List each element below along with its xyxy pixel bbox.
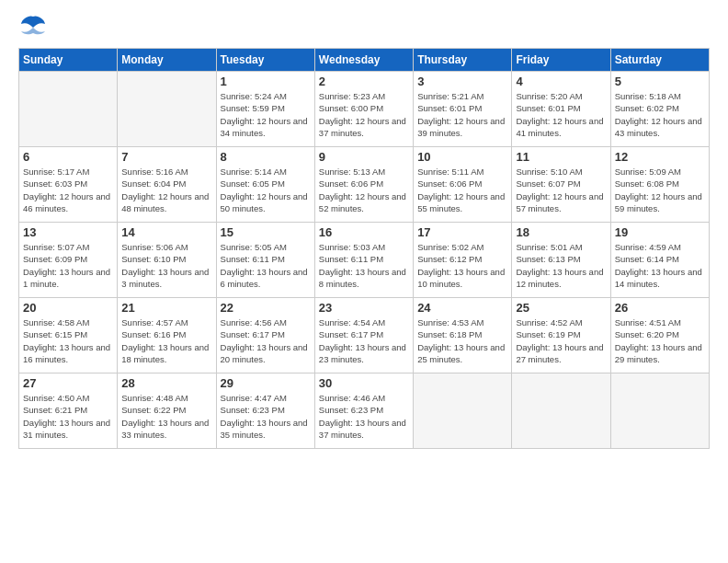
day-number: 16 <box>319 225 409 239</box>
day-number: 24 <box>417 301 507 315</box>
day-number: 22 <box>221 301 311 315</box>
day-info: Sunrise: 5:21 AMSunset: 6:01 PMDaylight:… <box>417 90 507 139</box>
day-number: 26 <box>615 301 705 315</box>
day-number: 30 <box>319 376 409 390</box>
day-number: 15 <box>221 225 311 239</box>
day-number: 17 <box>417 225 507 239</box>
weekday-header-row: SundayMondayTuesdayWednesdayThursdayFrid… <box>19 49 710 72</box>
calendar-cell: 1Sunrise: 5:24 AMSunset: 5:59 PMDaylight… <box>216 72 314 147</box>
day-info: Sunrise: 4:54 AMSunset: 6:17 PMDaylight:… <box>319 316 409 365</box>
calendar-week-row: 6Sunrise: 5:17 AMSunset: 6:03 PMDaylight… <box>19 147 710 223</box>
day-number: 12 <box>615 150 705 164</box>
calendar-cell: 28Sunrise: 4:48 AMSunset: 6:22 PMDayligh… <box>118 373 216 449</box>
weekday-header-wednesday: Wednesday <box>314 49 413 72</box>
calendar-cell: 12Sunrise: 5:09 AMSunset: 6:08 PMDayligh… <box>610 147 709 223</box>
day-info: Sunrise: 5:11 AMSunset: 6:06 PMDaylight:… <box>417 166 507 214</box>
day-info: Sunrise: 5:10 AMSunset: 6:07 PMDaylight:… <box>516 166 606 214</box>
calendar-cell: 14Sunrise: 5:06 AMSunset: 6:10 PMDayligh… <box>118 223 216 298</box>
day-info: Sunrise: 4:48 AMSunset: 6:22 PMDaylight:… <box>121 392 211 441</box>
day-info: Sunrise: 5:02 AMSunset: 6:12 PMDaylight:… <box>417 241 507 290</box>
day-number: 18 <box>516 225 606 239</box>
day-info: Sunrise: 5:09 AMSunset: 6:08 PMDaylight:… <box>615 166 705 214</box>
calendar-cell: 20Sunrise: 4:58 AMSunset: 6:15 PMDayligh… <box>19 298 118 373</box>
day-number: 4 <box>516 75 606 88</box>
day-info: Sunrise: 5:05 AMSunset: 6:11 PMDaylight:… <box>221 241 311 290</box>
calendar-cell: 10Sunrise: 5:11 AMSunset: 6:06 PMDayligh… <box>414 147 512 223</box>
day-number: 21 <box>121 301 211 315</box>
calendar-cell: 5Sunrise: 5:18 AMSunset: 6:02 PMDaylight… <box>610 72 709 147</box>
day-info: Sunrise: 5:07 AMSunset: 6:09 PMDaylight:… <box>23 241 113 290</box>
weekday-header-monday: Monday <box>118 49 216 72</box>
day-info: Sunrise: 5:06 AMSunset: 6:10 PMDaylight:… <box>121 241 211 290</box>
calendar-cell: 3Sunrise: 5:21 AMSunset: 6:01 PMDaylight… <box>414 72 512 147</box>
day-number: 6 <box>23 150 113 164</box>
calendar-cell: 23Sunrise: 4:54 AMSunset: 6:17 PMDayligh… <box>314 298 413 373</box>
calendar-cell <box>414 373 512 449</box>
calendar-cell: 27Sunrise: 4:50 AMSunset: 6:21 PMDayligh… <box>19 373 118 449</box>
calendar-cell: 21Sunrise: 4:57 AMSunset: 6:16 PMDayligh… <box>118 298 216 373</box>
day-info: Sunrise: 4:56 AMSunset: 6:17 PMDaylight:… <box>221 316 311 365</box>
day-info: Sunrise: 4:52 AMSunset: 6:19 PMDaylight:… <box>516 316 606 365</box>
day-number: 8 <box>221 150 311 164</box>
day-number: 19 <box>615 225 705 239</box>
calendar-cell: 25Sunrise: 4:52 AMSunset: 6:19 PMDayligh… <box>512 298 610 373</box>
calendar-cell: 26Sunrise: 4:51 AMSunset: 6:20 PMDayligh… <box>610 298 709 373</box>
logo-bird-icon <box>20 15 46 35</box>
day-number: 11 <box>516 150 606 164</box>
day-info: Sunrise: 5:17 AMSunset: 6:03 PMDaylight:… <box>23 166 113 214</box>
calendar-cell <box>19 72 118 147</box>
calendar-cell <box>118 72 216 147</box>
day-number: 13 <box>23 225 113 239</box>
calendar-cell: 11Sunrise: 5:10 AMSunset: 6:07 PMDayligh… <box>512 147 610 223</box>
weekday-header-tuesday: Tuesday <box>216 49 314 72</box>
logo-text-block <box>18 15 46 39</box>
calendar-cell: 16Sunrise: 5:03 AMSunset: 6:11 PMDayligh… <box>314 223 413 298</box>
day-info: Sunrise: 5:14 AMSunset: 6:05 PMDaylight:… <box>221 166 311 214</box>
calendar-cell: 19Sunrise: 4:59 AMSunset: 6:14 PMDayligh… <box>610 223 709 298</box>
calendar-cell: 13Sunrise: 5:07 AMSunset: 6:09 PMDayligh… <box>19 223 118 298</box>
day-info: Sunrise: 5:24 AMSunset: 5:59 PMDaylight:… <box>221 90 311 139</box>
day-info: Sunrise: 4:59 AMSunset: 6:14 PMDaylight:… <box>615 241 705 290</box>
day-number: 3 <box>417 75 507 88</box>
day-info: Sunrise: 4:53 AMSunset: 6:18 PMDaylight:… <box>417 316 507 365</box>
day-number: 14 <box>121 225 211 239</box>
calendar-cell: 24Sunrise: 4:53 AMSunset: 6:18 PMDayligh… <box>414 298 512 373</box>
day-number: 25 <box>516 301 606 315</box>
calendar-table: SundayMondayTuesdayWednesdayThursdayFrid… <box>18 48 710 449</box>
calendar-cell: 6Sunrise: 5:17 AMSunset: 6:03 PMDaylight… <box>19 147 118 223</box>
day-info: Sunrise: 5:18 AMSunset: 6:02 PMDaylight:… <box>615 90 705 139</box>
day-info: Sunrise: 5:23 AMSunset: 6:00 PMDaylight:… <box>319 90 409 139</box>
day-info: Sunrise: 4:58 AMSunset: 6:15 PMDaylight:… <box>23 316 113 365</box>
calendar-cell: 9Sunrise: 5:13 AMSunset: 6:06 PMDaylight… <box>314 147 413 223</box>
day-info: Sunrise: 4:51 AMSunset: 6:20 PMDaylight:… <box>615 316 705 365</box>
calendar-cell: 2Sunrise: 5:23 AMSunset: 6:00 PMDaylight… <box>314 72 413 147</box>
day-number: 1 <box>221 75 311 88</box>
day-number: 10 <box>417 150 507 164</box>
calendar-week-row: 13Sunrise: 5:07 AMSunset: 6:09 PMDayligh… <box>19 223 710 298</box>
calendar-week-row: 27Sunrise: 4:50 AMSunset: 6:21 PMDayligh… <box>19 373 710 449</box>
weekday-header-sunday: Sunday <box>19 49 118 72</box>
day-number: 5 <box>615 75 705 88</box>
calendar-week-row: 1Sunrise: 5:24 AMSunset: 5:59 PMDaylight… <box>19 72 710 147</box>
weekday-header-friday: Friday <box>512 49 610 72</box>
calendar-cell: 8Sunrise: 5:14 AMSunset: 6:05 PMDaylight… <box>216 147 314 223</box>
day-number: 9 <box>319 150 409 164</box>
logo <box>18 15 46 39</box>
day-info: Sunrise: 4:46 AMSunset: 6:23 PMDaylight:… <box>319 392 409 441</box>
day-number: 29 <box>221 376 311 390</box>
calendar-cell: 17Sunrise: 5:02 AMSunset: 6:12 PMDayligh… <box>414 223 512 298</box>
day-info: Sunrise: 4:47 AMSunset: 6:23 PMDaylight:… <box>221 392 311 441</box>
day-info: Sunrise: 4:57 AMSunset: 6:16 PMDaylight:… <box>121 316 211 365</box>
day-info: Sunrise: 5:03 AMSunset: 6:11 PMDaylight:… <box>319 241 409 290</box>
weekday-header-thursday: Thursday <box>414 49 512 72</box>
calendar-cell <box>610 373 709 449</box>
day-number: 7 <box>121 150 211 164</box>
day-info: Sunrise: 5:16 AMSunset: 6:04 PMDaylight:… <box>121 166 211 214</box>
calendar-week-row: 20Sunrise: 4:58 AMSunset: 6:15 PMDayligh… <box>19 298 710 373</box>
calendar-cell: 15Sunrise: 5:05 AMSunset: 6:11 PMDayligh… <box>216 223 314 298</box>
header <box>18 15 710 39</box>
day-info: Sunrise: 5:01 AMSunset: 6:13 PMDaylight:… <box>516 241 606 290</box>
day-info: Sunrise: 4:50 AMSunset: 6:21 PMDaylight:… <box>23 392 113 441</box>
calendar-cell: 7Sunrise: 5:16 AMSunset: 6:04 PMDaylight… <box>118 147 216 223</box>
day-number: 27 <box>23 376 113 390</box>
